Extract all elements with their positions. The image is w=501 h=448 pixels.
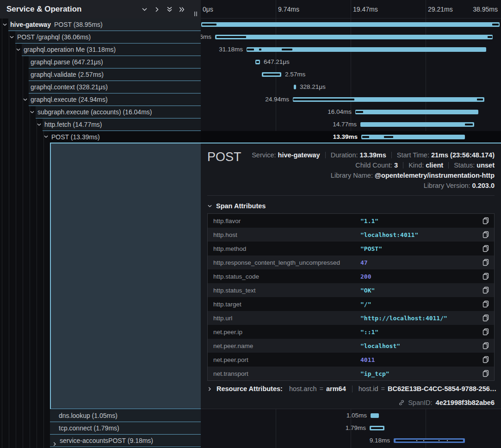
tree-row-http-fetch[interactable]: http.fetch (14.77ms) [43, 118, 201, 131]
chevron-right-icon[interactable] [153, 6, 161, 13]
collapse-chevron-icon[interactable] [22, 97, 28, 103]
tree-controls [141, 0, 186, 19]
tree-row-tcp-connect[interactable]: tcp.connect (1.79ms) [50, 422, 201, 435]
collapse-chevron-icon[interactable] [2, 22, 8, 28]
attribute-value: "/" [360, 301, 371, 308]
timeline-row: 16.04ms [201, 106, 501, 118]
tree-row-graphql-execute[interactable]: graphql.execute (24.94ms) [29, 93, 201, 106]
span-meta-line4: Library Version: 0.203.0 [424, 182, 495, 189]
span-bar[interactable] [255, 60, 260, 64]
ruler-tick: 29.21ms [428, 6, 453, 13]
copy-icon[interactable] [482, 356, 489, 363]
copy-icon[interactable] [482, 300, 489, 308]
tree-row-service-accounts-post[interactable]: service-accounts POST (9.18ms) [50, 435, 201, 447]
span-bar[interactable] [355, 110, 478, 114]
attribute-row: http.target "/" [208, 297, 494, 311]
span-tree-pane: Service & Operation hive-gateway PO [0, 0, 201, 448]
resource-value: arm64 [326, 385, 346, 392]
copy-icon[interactable] [482, 370, 489, 377]
timeline-row: 328.21μs [201, 81, 501, 93]
resource-attributes-row[interactable]: Resource Attributes: host.arch = arm64 h… [207, 385, 496, 392]
attribute-row: http.method "POST" [208, 242, 494, 255]
span-bar[interactable] [294, 85, 296, 89]
span-id-value: 4e21998f3b82abe6 [436, 399, 495, 406]
span-bar[interactable] [361, 135, 465, 139]
tree-row-graphql-operation[interactable]: graphql.operation Me (31.18ms) [22, 44, 201, 56]
span-meta-line2: Child Count: 3Kind: clientStatus: unset [355, 162, 495, 169]
service-name: hive-gateway [8, 21, 51, 28]
tree-row-graphql-validate[interactable]: graphql.validate (2.57ms) [29, 68, 201, 81]
span-bar[interactable] [360, 122, 474, 127]
indent-guide [2, 19, 2, 448]
span-attributes-toggle[interactable]: Span Attributes [207, 202, 266, 210]
span-id-label: SpanID: [408, 399, 432, 406]
operation-label: graphql.execute (24.94ms) [29, 96, 108, 103]
status-value: unset [476, 162, 495, 169]
copy-icon[interactable] [482, 314, 489, 322]
collapse-chevron-icon[interactable] [43, 134, 49, 140]
tree-row-dns-lookup[interactable]: dns.lookup (1.05ms) [50, 410, 201, 422]
tree-row-post-selected[interactable]: POST (13.39ms) [49, 131, 201, 143]
resource-attributes-label: Resource Attributes: [216, 385, 283, 392]
indent-guide [9, 19, 9, 448]
resource-value: BC62E13B-C4CC-5854-9788-256… [388, 385, 496, 392]
attribute-key: http.host [213, 231, 237, 238]
span-detail-panel: POST Service: hive-gatewayDuration: 13.3… [201, 143, 501, 409]
attribute-row: net.peer.port 4011 [208, 353, 494, 367]
copy-icon[interactable] [482, 273, 489, 280]
attribute-row: http.host "localhost:4011" [208, 228, 494, 242]
timeline-row: 38.95ms [201, 19, 501, 31]
pane-resize-handle[interactable] [194, 12, 197, 16]
tree-row-post-graphql[interactable]: POST /graphql (36.06ms) [15, 31, 201, 44]
span-bar[interactable] [394, 438, 465, 443]
collapse-chevron-icon[interactable] [15, 47, 21, 53]
copy-icon[interactable] [482, 217, 489, 224]
link-icon[interactable] [398, 399, 405, 406]
copy-icon[interactable] [482, 231, 489, 238]
span-id-row: SpanID: 4e21998f3b82abe6 [398, 399, 495, 406]
collapse-chevron-icon[interactable] [29, 109, 35, 115]
tree-row-graphql-context[interactable]: graphql.context (328.21μs) [29, 81, 201, 93]
copy-icon[interactable] [482, 342, 489, 349]
timeline-row: 14.77ms [201, 118, 501, 131]
span-bar[interactable] [262, 72, 281, 77]
span-bar[interactable] [215, 35, 493, 39]
collapse-chevron-icon[interactable] [9, 34, 15, 40]
attribute-value: "POST" [360, 245, 382, 252]
span-bar[interactable] [371, 413, 379, 418]
span-bar[interactable] [201, 22, 500, 27]
attribute-value: 200 [360, 273, 371, 280]
tree-row-hive-gateway-post[interactable]: hive-gateway POST (38.95ms) [8, 19, 201, 31]
trace-viewer: Service & Operation hive-gateway PO [0, 0, 501, 448]
span-bar[interactable] [293, 97, 484, 102]
service-value: hive-gateway [278, 151, 320, 159]
copy-icon[interactable] [482, 328, 489, 336]
span-bar[interactable] [247, 47, 486, 52]
double-chevron-down-icon[interactable] [166, 6, 173, 13]
attribute-value: "localhost:4011" [360, 231, 418, 238]
duration-label: 16.04ms [328, 108, 352, 115]
indent-guide [23, 19, 23, 448]
duration-label: 31.18ms [219, 46, 243, 53]
collapse-chevron-icon[interactable] [36, 122, 42, 128]
attribute-row: net.transport "ip_tcp" [208, 367, 494, 380]
resource-key: host.id [359, 385, 378, 392]
double-chevron-right-icon[interactable] [178, 6, 186, 13]
tree-row-subgraph-execute[interactable]: subgraph.execute (accounts) (16.04ms) [36, 106, 201, 118]
duration-label: 1.79ms [346, 424, 366, 431]
tree-row-graphql-parse[interactable]: graphql.parse (647.21μs) [29, 56, 201, 68]
span-meta-line3: Library Name: @opentelemetry/instrumenta… [331, 172, 495, 179]
copy-icon[interactable] [482, 245, 489, 252]
attribute-key: net.peer.ip [213, 329, 242, 336]
attribute-value: "http://localhost:4011/" [360, 315, 447, 322]
copy-icon[interactable] [482, 259, 489, 266]
expand-chevron-icon[interactable] [52, 441, 58, 447]
timeline-row-selected: 13.39ms [201, 131, 501, 143]
copy-icon[interactable] [482, 286, 489, 294]
span-bar[interactable] [370, 426, 384, 430]
selected-span-block[interactable] [50, 143, 201, 409]
timeline-row: 1.05ms [201, 410, 501, 422]
chevron-down-icon[interactable] [141, 6, 148, 13]
duration-label: 1.05ms [346, 412, 367, 419]
attribute-key: http.response_content_length_uncompresse… [213, 259, 340, 266]
